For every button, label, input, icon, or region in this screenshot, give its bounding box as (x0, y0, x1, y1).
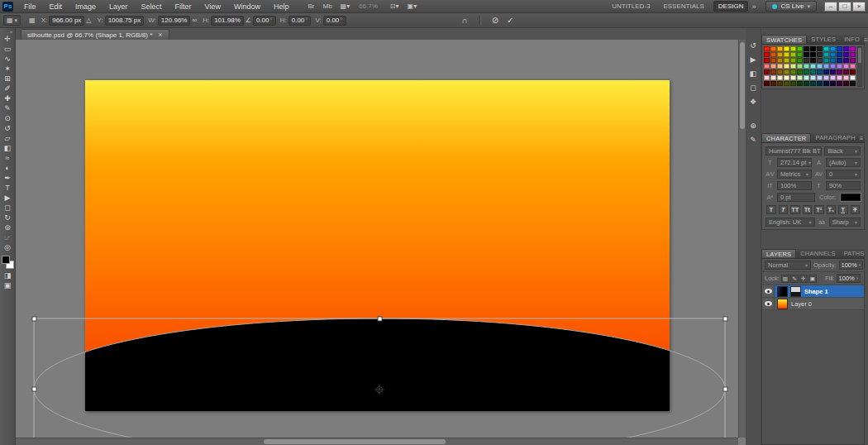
swatch-92[interactable] (817, 81, 823, 86)
all-caps-button[interactable]: TT (790, 205, 800, 214)
brush-panel-icon[interactable]: ✎ (750, 136, 756, 144)
swatch-7[interactable] (810, 46, 816, 51)
width-scale-input[interactable]: 120.96% (158, 16, 191, 26)
swatch-10[interactable] (830, 46, 836, 51)
swatch-87[interactable] (784, 81, 789, 86)
swatch-2[interactable] (777, 46, 783, 51)
tab-layers[interactable]: LAYERS (761, 249, 796, 258)
workspace-design[interactable]: DESIGN (713, 1, 749, 12)
swatch-79[interactable] (823, 75, 829, 80)
swatch-61[interactable] (797, 69, 803, 74)
tab-paths[interactable]: PATHS (840, 249, 868, 258)
quick-selection-tool[interactable]: ✶ (1, 64, 15, 74)
font-family-select[interactable]: Humnst777 Blk BT (765, 146, 822, 156)
swatch-46[interactable] (790, 64, 796, 69)
lasso-tool[interactable]: ∿ (1, 54, 15, 64)
horizontal-type-tool[interactable]: T (1, 183, 15, 193)
swatch-59[interactable] (784, 69, 789, 74)
x-position-input[interactable]: 966.00 px (49, 16, 84, 26)
foreground-color-swatch[interactable] (2, 256, 10, 264)
swatch-81[interactable] (837, 75, 842, 80)
reference-point-locator-icon[interactable]: ▦ (27, 17, 37, 24)
workspace-untitled-3[interactable]: UNTITLED-3 (608, 2, 654, 11)
swatch-89[interactable] (797, 81, 803, 86)
transform-handle-top-right[interactable] (723, 317, 727, 321)
vertical-scale-input[interactable]: 100% (777, 181, 812, 190)
layer-visibility-toggle[interactable] (762, 298, 775, 309)
eyedropper-tool[interactable]: ✐ (1, 84, 15, 93)
swatch-32[interactable] (790, 58, 796, 63)
swatch-33[interactable] (797, 58, 803, 63)
swatch-94[interactable] (830, 81, 836, 86)
text-color-swatch[interactable] (841, 194, 861, 201)
strikethrough-button[interactable]: T (851, 205, 861, 214)
swatch-29[interactable] (770, 58, 776, 63)
swatch-21[interactable] (810, 52, 816, 57)
small-caps-button[interactable]: Tt (803, 205, 813, 214)
swatch-43[interactable] (770, 64, 776, 69)
swatch-39[interactable] (837, 58, 842, 63)
swatch-14[interactable] (764, 52, 770, 57)
swatch-49[interactable] (810, 64, 816, 69)
swatch-80[interactable] (830, 75, 836, 80)
swatch-45[interactable] (784, 64, 789, 69)
workspace-essentials[interactable]: ESSENTIALS (659, 2, 708, 11)
swatch-63[interactable] (810, 69, 816, 74)
v-skew-input[interactable]: 0.00° (323, 16, 346, 26)
actions-panel-icon[interactable]: ▶ (751, 55, 756, 64)
swatch-44[interactable] (777, 64, 783, 69)
menu-filter[interactable]: Filter (169, 0, 198, 12)
silhouette-ellipse-shape[interactable] (34, 318, 725, 445)
swatch-66[interactable] (830, 69, 836, 74)
swatch-65[interactable] (823, 69, 829, 74)
font-size-select[interactable]: 272.14 pt (777, 158, 812, 167)
layer-visibility-toggle[interactable] (762, 285, 775, 297)
horizontal-scrollbar-thumb[interactable] (264, 439, 446, 444)
transform-handle-top-left[interactable] (32, 317, 36, 321)
close-button[interactable]: × (852, 2, 866, 12)
tools-collapse-icon[interactable]: » (10, 28, 15, 34)
layer-row-layer-0[interactable]: Layer 0 (762, 298, 864, 310)
swatch-41[interactable] (850, 58, 856, 63)
swatch-58[interactable] (777, 69, 783, 74)
swatch-95[interactable] (837, 81, 842, 86)
language-select[interactable]: English: UK (765, 218, 815, 227)
swatch-64[interactable] (817, 69, 823, 74)
3d-object-rotate-tool[interactable]: ↻ (1, 213, 15, 223)
swatch-53[interactable] (837, 64, 842, 69)
swatch-25[interactable] (837, 52, 842, 57)
blur-tool[interactable]: ≈ (1, 153, 15, 163)
swatch-51[interactable] (823, 64, 829, 69)
swatch-16[interactable] (777, 52, 783, 57)
swatch-34[interactable] (804, 58, 809, 63)
maintain-aspect-link-icon[interactable]: ∞ (190, 17, 198, 24)
swatch-30[interactable] (777, 58, 783, 63)
lock-image-pixels-icon[interactable]: ✎ (790, 275, 799, 283)
underline-button[interactable]: T (838, 205, 848, 214)
restore-button[interactable]: □ (838, 2, 851, 12)
pen-tool[interactable]: ✒ (1, 173, 15, 183)
swatches-scrollbar-thumb[interactable] (858, 48, 861, 63)
swatch-1[interactable] (770, 46, 776, 51)
subscript-button[interactable]: T₁ (827, 205, 837, 214)
swatch-13[interactable] (850, 46, 856, 51)
swatch-86[interactable] (777, 81, 783, 86)
swatch-11[interactable] (837, 46, 842, 51)
swatch-26[interactable] (843, 52, 849, 57)
crop-tool[interactable]: ⊞ (1, 74, 15, 84)
clone-source-panel-icon[interactable]: ⊕ (750, 122, 756, 130)
swatch-90[interactable] (804, 81, 809, 86)
swatch-27[interactable] (850, 52, 856, 57)
rectangular-marquee-tool[interactable]: ▭ (1, 44, 15, 54)
commit-transform-button[interactable]: ✓ (507, 16, 513, 25)
vertical-scrollbar[interactable] (738, 40, 746, 438)
menu-edit[interactable]: Edit (43, 0, 69, 12)
cs-live-button[interactable]: CS Live ▾ (765, 1, 817, 12)
horizontal-scrollbar[interactable] (16, 438, 738, 445)
tracking-select[interactable]: 0 (826, 170, 861, 179)
clone-stamp-tool[interactable]: ⊙ (1, 113, 15, 123)
tab-channels[interactable]: CHANNELS (796, 249, 839, 258)
faux-bold-button[interactable]: T (766, 205, 776, 214)
close-tab-icon[interactable]: × (158, 31, 162, 39)
fill-input[interactable]: 100% (837, 274, 861, 283)
